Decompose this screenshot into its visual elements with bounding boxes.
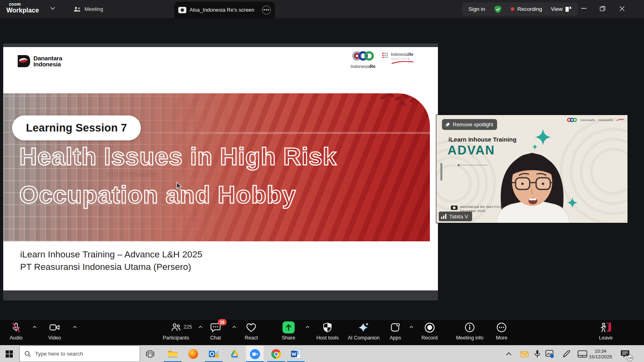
tab-shared-screen[interactable]: Alsa_Indonesia Re's screen ••• (174, 2, 275, 18)
audio-button[interactable]: Audio (10, 321, 23, 341)
camera-logo-icon (451, 205, 458, 210)
tab-meeting[interactable]: Meeting (69, 0, 107, 18)
audio-options-chevron[interactable] (32, 325, 37, 329)
tray-photos-icon[interactable] (545, 349, 555, 359)
taskbar-clock[interactable]: 10:34 15/12/2025 (583, 348, 618, 360)
screen-share-icon (178, 7, 186, 13)
apps-label: Apps (390, 335, 401, 341)
participants-label: Participants (163, 335, 189, 341)
tray-microphone-icon[interactable] (532, 349, 543, 359)
action-center-button[interactable]: 18 (620, 349, 630, 359)
meeting-toolbar: Audio Video 225 Participants (0, 320, 644, 345)
firefox-icon (188, 349, 198, 359)
slide-footer-line1: iLearn Inhouse Training – Advance L&H 20… (20, 248, 202, 261)
sign-in-button[interactable]: Sign in (469, 6, 485, 12)
indonesiare-circles-icon (350, 50, 376, 62)
audio-label: Audio (10, 335, 23, 341)
participants-icon (171, 322, 181, 333)
more-ellipsis-icon (496, 322, 507, 333)
more-button[interactable]: More (496, 321, 507, 341)
participant-name-tag: Tabita V (439, 212, 472, 221)
outlook-icon (208, 349, 219, 359)
share-button[interactable]: Share (282, 321, 295, 341)
clock-time: 10:34 (583, 348, 618, 354)
word-button[interactable] (291, 349, 301, 359)
firefox-button[interactable] (188, 349, 198, 359)
spotlight-video-tile[interactable]: IndonesiaRe IndonesiaRe iLearn Inhouse T… (436, 115, 628, 223)
windows-logo-icon (6, 350, 13, 358)
close-button[interactable] (613, 0, 631, 17)
danantara-logo-icon (17, 54, 31, 68)
tile-logo-left-text: IndonesiaRe (580, 119, 595, 121)
view-button[interactable]: View (551, 6, 572, 12)
view-layout-icon (566, 6, 572, 12)
session-badge-label: Learning Session 7 (26, 122, 127, 134)
chrome-icon (271, 349, 281, 359)
tray-pen-icon[interactable] (561, 349, 572, 359)
tile-logo-right-text: IndonesiaRe (599, 119, 613, 121)
taskbar-search-input[interactable]: Type here to search (19, 346, 140, 362)
share-screen-icon (282, 321, 295, 334)
shared-screen-area: Danantara Indonesia IndonesiaRe (3, 43, 438, 300)
meeting-info-label: Meeting info (456, 335, 483, 341)
indonesiare-logo: IndonesiaRe (349, 50, 378, 69)
titlebar-status-group: Sign in Recording View (462, 2, 578, 16)
chat-button[interactable]: 16 Chat (210, 321, 221, 341)
chat-label: Chat (210, 335, 221, 341)
indonesiare-logo-text: IndonesiaRe (349, 64, 378, 69)
clock-date: 15/12/2025 (583, 354, 618, 360)
share-options-chevron[interactable] (305, 325, 310, 329)
presentation-slide: Danantara Indonesia IndonesiaRe (3, 47, 438, 290)
more-label: More (496, 335, 507, 341)
tile-bg-subtitle: ADVAN (448, 143, 495, 158)
participants-button[interactable]: 225 Participants (162, 321, 190, 341)
file-explorer-button[interactable] (167, 349, 178, 359)
recording-dot-icon (511, 7, 514, 11)
chat-options-chevron[interactable] (232, 325, 237, 329)
tray-chevron-up-icon[interactable] (506, 352, 512, 356)
tab-shared-screen-label: Alsa_Indonesia Re's screen (190, 7, 254, 13)
minimize-button[interactable] (574, 0, 593, 17)
danantara-logo-text: Danantara Indonesia (33, 55, 62, 67)
tab-options-icon[interactable]: ••• (262, 6, 271, 14)
ai-companion-button[interactable]: AI Companion (348, 321, 380, 341)
participants-options-chevron[interactable] (198, 325, 203, 329)
video-camera-icon (49, 323, 60, 332)
zoom-workplace-logo: zoom Workplace (6, 2, 39, 14)
participant-name: Tabita V (449, 214, 468, 220)
apps-button[interactable]: Apps (390, 321, 401, 341)
indonesiare-institute-logo: IndonesiaRe INSTITUTE (382, 53, 414, 65)
remove-spotlight-button[interactable]: Remove spotlight (442, 119, 497, 130)
tray-mail-icon[interactable] (519, 349, 530, 359)
search-icon (25, 351, 31, 357)
leave-button[interactable]: Leave (599, 321, 613, 341)
outlook-button[interactable] (208, 349, 219, 359)
task-view-button[interactable] (145, 349, 155, 359)
video-button[interactable]: Video (48, 321, 61, 341)
chevron-down-icon[interactable] (50, 6, 56, 10)
apps-options-chevron[interactable] (409, 325, 414, 329)
institute-logo-text: IndonesiaRe INSTITUTE (391, 53, 414, 65)
record-button[interactable]: Record (421, 321, 438, 341)
chrome-button[interactable] (271, 349, 281, 359)
meeting-info-button[interactable]: Meeting info (454, 321, 486, 341)
host-tools-button[interactable]: Host tools (316, 321, 339, 341)
start-button[interactable] (4, 349, 14, 359)
heart-icon (246, 323, 256, 333)
zoom-app-button[interactable] (250, 349, 260, 359)
panel-resize-handle[interactable] (440, 163, 442, 181)
notification-count-badge: 18 (627, 355, 633, 361)
react-button[interactable]: React (245, 321, 258, 341)
slide-watermark: IndonesiaRe (106, 169, 158, 179)
word-icon (291, 349, 301, 359)
tile-bg-title: iLearn Inhouse Training (448, 136, 516, 143)
microphone-muted-icon (11, 322, 21, 333)
brand-workplace: Workplace (6, 7, 39, 14)
video-options-chevron[interactable] (72, 325, 77, 329)
pin-icon (445, 122, 450, 128)
security-shield-icon[interactable] (494, 5, 502, 13)
google-drive-button[interactable] (229, 349, 240, 359)
tab-meeting-label: Meeting (85, 6, 103, 12)
maximize-button[interactable] (593, 0, 612, 17)
react-label: React (245, 335, 258, 341)
